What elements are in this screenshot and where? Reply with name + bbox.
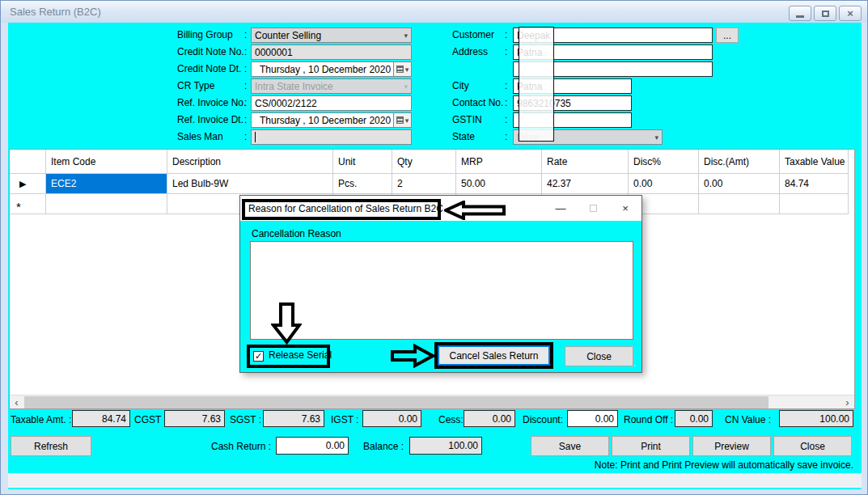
resize-grip[interactable] [633,364,640,370]
scrollbar-thumb[interactable] [24,396,768,408]
ref-invoice-dt-picker[interactable]: Thursday , 10 December 2020 ▾ [251,112,412,128]
row-selector[interactable]: ▶ [10,174,46,194]
customer-browse-button[interactable]: ... [716,28,739,43]
address-label: Address [452,44,488,60]
cell-disc-pct[interactable]: 0.00 [629,174,699,194]
cess-label: Cess: [438,412,464,428]
cell-description[interactable]: Led Bulb-9W [167,174,333,194]
scroll-left-icon[interactable]: ‹ [10,396,23,408]
credit-note-dt-colon: : [244,61,247,77]
ref-invoice-dt-colon: : [244,112,247,128]
new-row-selector[interactable]: * [10,194,46,214]
cell-item-code[interactable]: ECE2 [46,174,167,194]
save-button[interactable]: Save [531,436,609,456]
balance-field: 100.00 [409,437,482,455]
customer-colon: : [505,28,507,43]
dialog-close-action-button[interactable]: Close [565,346,633,366]
credit-note-dt-calendar-button[interactable]: ▾ [393,62,411,76]
new-row-cell[interactable] [780,194,849,214]
footer-note: Note: Print and Print Preview will autom… [493,459,853,471]
cr-type-value: Intra State Invoice [255,81,333,92]
calendar-icon [396,116,404,124]
cn-value-label: CN Value : [725,412,771,428]
gstin-label: GSTIN [452,112,482,128]
discount-field[interactable]: 0.00 [567,410,618,427]
cancellation-reason-label: Cancellation Reason [252,228,341,239]
cancellation-dialog: Reason for Cancellation of Sales Return … [239,195,642,373]
igst-field: 0.00 [362,410,421,427]
status-strip [8,473,862,488]
annotation-box-release-serial [247,345,330,368]
maximize-icon [590,205,597,212]
minimize-icon: — [556,202,566,214]
print-label: Print [641,441,661,452]
save-label: Save [559,441,581,452]
grid-header-disc-pct[interactable]: Disc% [629,150,699,174]
cell-unit[interactable]: Pcs. [333,174,392,194]
billing-group-value: Counter Selling [255,30,321,41]
cgst-label: CGST : [134,412,167,428]
cancel-sales-return-button[interactable]: Cancel Sales Return [434,342,553,369]
grid-header-item-code[interactable]: Item Code [46,150,167,174]
cell-disc-amt[interactable]: 0.00 [699,174,780,194]
cancellation-reason-textarea[interactable] [250,241,633,340]
maximize-icon [822,11,829,17]
annotation-box-title [242,199,441,220]
address-colon: : [505,44,507,60]
new-row-cell[interactable] [46,194,167,214]
preview-label: Preview [714,441,749,452]
sales-man-colon: : [244,129,247,145]
billing-group-label: Billing Group [177,28,233,43]
billing-group-select[interactable]: Counter Selling ▾ [251,28,412,43]
cash-return-field[interactable]: 0.00 [276,437,349,455]
cgst-field: 7.63 [164,410,225,427]
sgst-label: SGST : [230,412,261,428]
grid-header-taxable-value[interactable]: Taxable Value [780,150,849,174]
grid-header-qty[interactable]: Qty [392,150,456,174]
ref-invoice-dt-value: Thursday , 10 December 2020 [260,115,391,126]
preview-button[interactable]: Preview [692,436,771,456]
gstin-colon: : [505,112,507,128]
close-icon: × [847,8,853,19]
window-titlebar[interactable]: Sales Return (B2C) [1,1,867,23]
grid-header-mrp[interactable]: MRP [456,150,542,174]
credit-note-dt-value: Thursday , 10 December 2020 [260,64,391,75]
refresh-button[interactable]: Refresh [11,436,91,456]
cell-rate[interactable]: 42.37 [542,174,629,194]
horizontal-scrollbar[interactable]: ‹ › [10,395,854,408]
new-row-cell[interactable] [699,194,780,214]
scroll-right-icon[interactable]: › [840,396,854,408]
close-button[interactable]: × [839,6,862,21]
window-controls: × [789,6,862,21]
sales-man-field[interactable] [251,129,412,145]
cn-value-field: 100.00 [779,410,853,427]
annotation-arrow-right-icon [391,344,434,368]
close-icon: × [622,202,629,214]
minimize-icon [796,15,804,18]
ref-invoice-no-field[interactable]: CS/0002/2122 [251,95,412,111]
redaction-overlay [519,27,554,142]
minimize-button[interactable] [789,6,811,21]
credit-note-dt-picker[interactable]: Thursday , 10 December 2020 ▾ [251,61,412,77]
window-title: Sales Return (B2C) [10,6,101,18]
maximize-button[interactable] [814,6,836,21]
dialog-minimize-button[interactable]: — [544,196,577,221]
credit-note-no-field[interactable]: 0000001 [251,44,412,60]
grid-header-description[interactable]: Description [167,150,333,174]
close-form-button[interactable]: Close [773,436,852,456]
print-button[interactable]: Print [612,436,690,456]
cr-type-colon: : [244,78,247,94]
chevron-down-icon: ▾ [405,66,409,74]
cell-taxable-value[interactable]: 84.74 [780,174,849,194]
grid-header-disc-amt[interactable]: Disc.(Amt) [699,150,780,174]
ref-invoice-dt-calendar-button[interactable]: ▾ [393,113,411,127]
text-caret [255,132,256,142]
grid-header-rate[interactable]: Rate [542,150,629,174]
dialog-close-button[interactable]: × [609,196,641,221]
calendar-icon [396,66,404,73]
grid-header-unit[interactable]: Unit [333,150,392,174]
contact-no-colon: : [505,95,507,111]
cell-mrp[interactable]: 50.00 [456,174,542,194]
cash-return-label: Cash Return : [211,438,271,455]
cell-qty[interactable]: 2 [392,174,456,194]
